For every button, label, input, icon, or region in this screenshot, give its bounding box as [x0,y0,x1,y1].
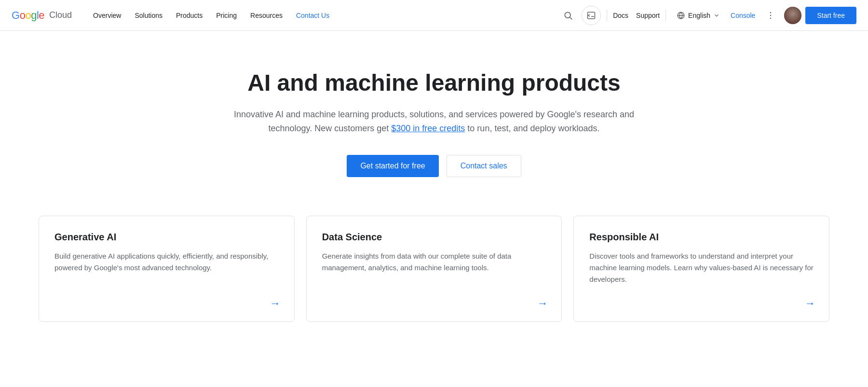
more-options-button[interactable] [761,6,780,25]
svg-point-7 [770,17,772,19]
hero-section: AI and machine learning products Innovat… [217,31,651,206]
card-responsible-ai-arrow: → [805,297,815,310]
card-responsible-ai-title: Responsible AI [589,232,814,243]
logo[interactable]: Google Cloud [12,9,72,22]
search-icon [563,11,573,20]
nav-links: Overview Solutions Products Pricing Reso… [87,8,558,23]
card-responsible-ai[interactable]: Responsible AI Discover tools and framew… [573,216,829,322]
card-data-science-description: Generate insights from data with our com… [322,250,546,308]
nav-resources[interactable]: Resources [244,8,288,23]
terminal-icon [587,11,596,20]
nav-solutions[interactable]: Solutions [129,8,168,23]
cards-section: Generative AI Build generative AI applic… [0,206,868,351]
nav-products[interactable]: Products [170,8,208,23]
docs-link[interactable]: Docs [613,12,628,19]
svg-point-5 [770,12,772,13]
console-link[interactable]: Console [729,8,757,23]
more-vert-icon [766,11,775,20]
svg-point-0 [565,12,570,18]
terminal-button[interactable] [582,6,601,25]
get-started-button[interactable]: Get started for free [347,155,438,177]
support-link[interactable]: Support [636,12,660,19]
google-logo: Google [12,9,44,22]
navbar: Google Cloud Overview Solutions Products… [0,0,868,31]
card-data-science[interactable]: Data Science Generate insights from data… [306,216,562,322]
nav-pricing[interactable]: Pricing [210,8,243,23]
user-avatar[interactable] [784,7,801,24]
card-responsible-ai-description: Discover tools and frameworks to underst… [589,250,814,308]
navbar-right: Docs Support English Console St [558,6,856,25]
hero-description: Innovative AI and machine learning produ… [229,108,639,136]
svg-point-6 [770,14,772,16]
nav-overview[interactable]: Overview [87,8,127,23]
hero-title: AI and machine learning products [229,69,639,96]
card-generative-ai-arrow: → [270,297,281,310]
docs-support-links: Docs Support [613,12,660,19]
language-label: English [688,12,710,19]
svg-line-1 [570,17,572,19]
nav-contact[interactable]: Contact Us [290,8,335,23]
divider [607,10,607,21]
hero-desc-after: to run, test, and deploy workloads. [465,124,599,133]
card-generative-ai-description: Build generative AI applications quickly… [54,250,279,308]
card-data-science-title: Data Science [322,232,546,243]
avatar-image [784,7,801,24]
chevron-down-icon [713,12,720,19]
cloud-label: Cloud [49,10,72,20]
card-data-science-arrow: → [537,297,548,310]
search-button[interactable] [558,6,578,25]
card-generative-ai[interactable]: Generative AI Build generative AI applic… [39,216,295,322]
contact-sales-button[interactable]: Contact sales [447,155,521,177]
globe-icon [677,11,685,20]
start-free-button[interactable]: Start free [805,7,856,24]
card-generative-ai-title: Generative AI [54,232,279,243]
divider2 [665,10,666,21]
free-credits-link[interactable]: $300 in free credits [391,124,465,133]
hero-buttons: Get started for free Contact sales [229,155,639,177]
language-button[interactable]: English [672,8,725,23]
